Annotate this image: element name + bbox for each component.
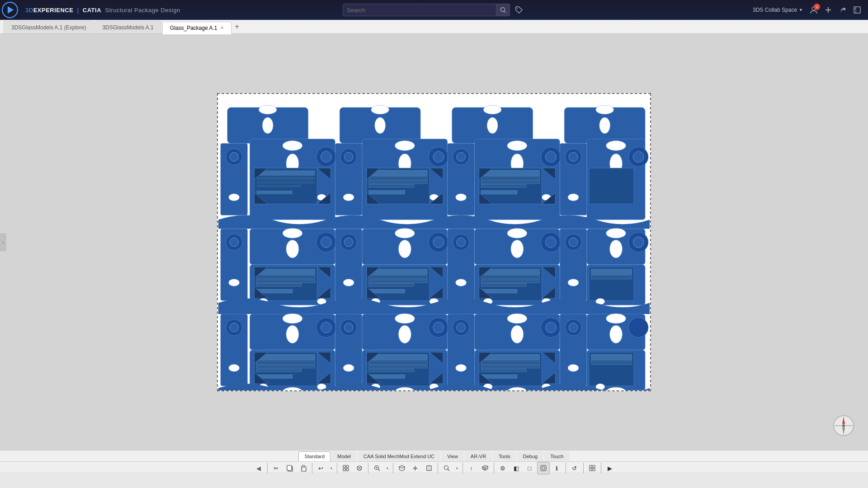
catia-label: CATIA	[83, 7, 101, 14]
info-tool[interactable]: ℹ	[551, 462, 563, 474]
design-canvas[interactable]	[217, 93, 651, 391]
svg-point-178	[321, 322, 332, 333]
compass[interactable]	[833, 415, 854, 436]
svg-rect-155	[481, 276, 539, 279]
svg-point-246	[569, 323, 578, 332]
zoom-dropdown[interactable]: ▾	[384, 462, 391, 474]
up-tool[interactable]: ↑	[465, 462, 478, 474]
svg-rect-237	[481, 375, 517, 378]
toolbar-tab-caa[interactable]: CAA Solid MechMod Extend UC	[358, 451, 440, 461]
svg-point-229	[457, 323, 466, 332]
refresh-tool[interactable]: ↺	[568, 462, 581, 474]
toolbar-tab-standard[interactable]: Standard	[298, 451, 330, 461]
svg-point-18	[596, 105, 614, 114]
search-input[interactable]	[343, 4, 496, 16]
toolbar-tab-view[interactable]: View	[441, 451, 464, 461]
nav-tool[interactable]: ▶	[604, 462, 616, 474]
svg-point-105	[507, 228, 527, 238]
svg-rect-122	[256, 280, 315, 282]
svg-rect-138	[369, 276, 427, 279]
cut-tool[interactable]: ✂	[270, 462, 283, 474]
toolbar-tab-touch[interactable]: Touch	[544, 451, 569, 461]
toolbar-tab-model[interactable]: Model	[331, 451, 357, 461]
svg-point-16	[487, 117, 498, 134]
render-tool[interactable]: ◧	[510, 462, 523, 474]
measure-dropdown[interactable]: ▾	[454, 462, 460, 474]
svg-rect-71	[481, 177, 539, 180]
expand-button[interactable]	[850, 3, 864, 17]
svg-rect-72	[481, 181, 539, 184]
svg-rect-274	[346, 469, 349, 471]
svg-point-113	[633, 237, 644, 248]
view2-tool[interactable]: □	[524, 462, 536, 474]
collab-space-button[interactable]: 3DS Collab Space ▼	[749, 5, 807, 15]
svg-rect-270	[302, 465, 305, 467]
toolbar-tab-arvr[interactable]: AR-VR	[465, 451, 492, 461]
section-tool[interactable]	[423, 462, 435, 474]
svg-point-103	[433, 237, 444, 248]
app-title: 3DEXPERIENCE | CATIA Structural Package …	[20, 7, 186, 14]
svg-rect-236	[481, 369, 526, 371]
svg-rect-219	[369, 369, 414, 371]
svg-point-81	[457, 152, 466, 161]
left-panel-toggle[interactable]: ›	[0, 233, 6, 251]
svg-rect-73	[481, 185, 526, 188]
toolbar-tab-debug[interactable]: Debug	[517, 451, 543, 461]
svg-point-150	[457, 238, 466, 247]
svg-point-84	[606, 141, 626, 150]
svg-point-264	[842, 424, 845, 427]
svg-point-230	[456, 364, 467, 371]
undo-dropdown[interactable]: ▾	[328, 462, 335, 474]
settings-tool[interactable]: ⚙	[496, 462, 509, 474]
add-button[interactable]	[821, 3, 835, 17]
tb-sep-6	[438, 463, 438, 474]
zoom-tool[interactable]	[371, 462, 383, 474]
search-bar	[343, 4, 525, 16]
view3d-tool[interactable]	[396, 462, 408, 474]
svg-rect-123	[256, 283, 301, 286]
paste-tool[interactable]	[297, 462, 310, 474]
explode-tool[interactable]: ✛	[409, 462, 422, 474]
tab-add-button[interactable]: +	[232, 23, 242, 31]
app-logo[interactable]	[0, 0, 20, 20]
toolbar-tab-tools[interactable]: Tools	[493, 451, 516, 461]
svg-line-1	[504, 11, 506, 13]
svg-rect-53	[369, 191, 405, 194]
svg-point-110	[606, 228, 626, 238]
svg-line-277	[378, 469, 380, 471]
grid-tool[interactable]	[586, 462, 599, 474]
svg-rect-218	[369, 365, 427, 368]
svg-rect-34	[256, 181, 315, 184]
svg-point-191	[610, 325, 623, 343]
svg-rect-200	[256, 361, 315, 364]
tab-explore[interactable]: 3DSGlassModels A.1 (Explore)	[4, 21, 94, 33]
tb-sep-9	[566, 463, 566, 474]
undo-tool[interactable]: ↩	[315, 462, 327, 474]
cube-tool[interactable]	[479, 462, 491, 474]
copy-tool[interactable]	[283, 462, 296, 474]
tb-sep-7	[462, 463, 463, 474]
svg-point-61	[343, 194, 354, 201]
svg-point-2	[517, 8, 518, 9]
brand-3d: 3D	[25, 7, 33, 14]
svg-rect-251	[591, 361, 632, 364]
share-button[interactable]	[835, 3, 850, 17]
measure-tool[interactable]	[440, 462, 453, 474]
tab-models[interactable]: 3DSGlassModels A.1	[94, 21, 161, 33]
svg-point-180	[395, 314, 415, 324]
snap-tool[interactable]	[340, 462, 352, 474]
search-button[interactable]	[496, 4, 510, 16]
svg-rect-171	[591, 269, 632, 275]
svg-point-92	[569, 152, 578, 161]
cursor-tool[interactable]	[537, 462, 550, 474]
svg-rect-154	[481, 269, 539, 275]
transform-tool[interactable]	[353, 462, 366, 474]
tag-button[interactable]	[513, 4, 525, 16]
user-icon-button[interactable]: 1	[807, 3, 821, 17]
svg-point-190	[606, 314, 626, 324]
svg-point-195	[230, 323, 239, 332]
svg-rect-217	[369, 361, 427, 364]
tab-close-button[interactable]: ✕	[220, 25, 224, 30]
tab-glass-package[interactable]: Glass_Package A.1 ✕	[162, 22, 231, 34]
toolbar-collapse-left[interactable]: ◀	[252, 462, 265, 474]
